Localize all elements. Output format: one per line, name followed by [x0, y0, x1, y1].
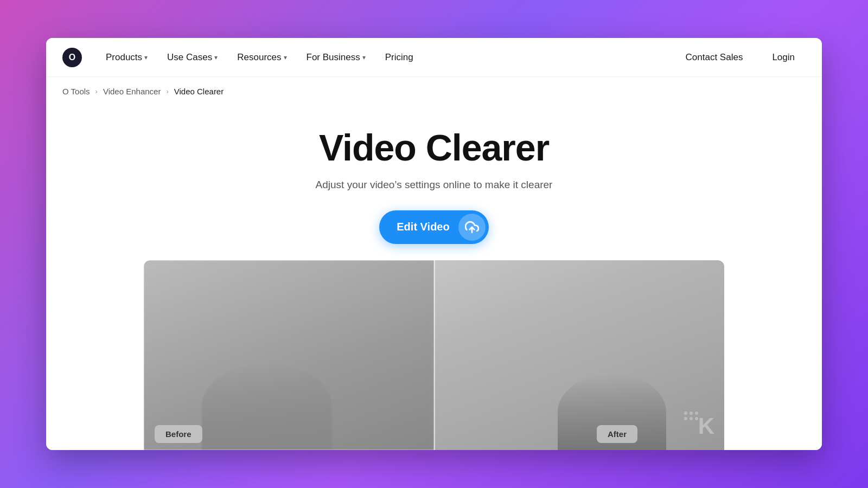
nav-links: Products ▾ Use Cases ▾ Resources ▾ For B…: [98, 48, 678, 67]
breadcrumb: O Tools › Video Enhancer › Video Clearer: [46, 77, 822, 106]
before-badge: Before: [155, 425, 202, 443]
upload-svg: [465, 220, 479, 234]
contact-sales-link[interactable]: Contact Sales: [678, 48, 751, 67]
page-title: Video Clearer: [319, 127, 549, 168]
main-content: O Tools › Video Enhancer › Video Clearer…: [46, 77, 822, 450]
breadcrumb-home[interactable]: O Tools: [62, 87, 90, 96]
breadcrumb-separator-2: ›: [166, 87, 168, 95]
after-badge: After: [597, 425, 637, 443]
hero-subtitle: Adjust your video’s settings online to m…: [316, 179, 553, 191]
logo-area: O: [62, 48, 82, 67]
k-dot-5: [690, 417, 693, 420]
breadcrumb-current: Video Clearer: [174, 87, 224, 96]
browser-window: O Products ▾ Use Cases ▾ Resources ▾ For…: [46, 38, 822, 450]
navbar: O Products ▾ Use Cases ▾ Resources ▾ For…: [46, 38, 822, 77]
breadcrumb-separator-1: ›: [95, 87, 98, 95]
edit-video-button[interactable]: Edit Video: [379, 210, 488, 244]
nav-use-cases[interactable]: Use Cases ▾: [159, 48, 225, 67]
k-logo-dots: [684, 412, 698, 420]
person-silhouette-left: [202, 363, 332, 450]
nav-right: Contact Sales Login: [678, 48, 806, 67]
chevron-down-icon: ▾: [144, 54, 148, 61]
video-after-side: [434, 260, 724, 450]
chevron-down-icon: ▾: [362, 54, 366, 61]
k-dot-1: [684, 412, 687, 415]
chevron-down-icon: ▾: [214, 54, 218, 61]
login-button[interactable]: Login: [761, 48, 806, 67]
logo-icon: O: [62, 48, 82, 67]
preview-section: Before After K: [144, 260, 724, 450]
hero-section: Video Clearer Adjust your video’s settin…: [46, 106, 822, 260]
edit-video-label: Edit Video: [397, 221, 449, 233]
before-badge-wrapper: Before: [155, 429, 202, 439]
nav-for-business[interactable]: For Business ▾: [299, 48, 373, 67]
chevron-down-icon: ▾: [284, 54, 287, 61]
video-before-side: [144, 260, 434, 450]
nav-products[interactable]: Products ▾: [98, 48, 155, 67]
breadcrumb-video-enhancer[interactable]: Video Enhancer: [103, 87, 161, 96]
upload-icon: [458, 214, 486, 241]
before-after-divider: [434, 260, 435, 450]
after-badge-wrapper: After: [597, 429, 637, 439]
k-dot-2: [690, 412, 693, 415]
k-dot-4: [684, 417, 687, 420]
nav-resources[interactable]: Resources ▾: [229, 48, 294, 67]
nav-pricing[interactable]: Pricing: [378, 48, 421, 67]
k-logo-letter: K: [698, 413, 713, 439]
